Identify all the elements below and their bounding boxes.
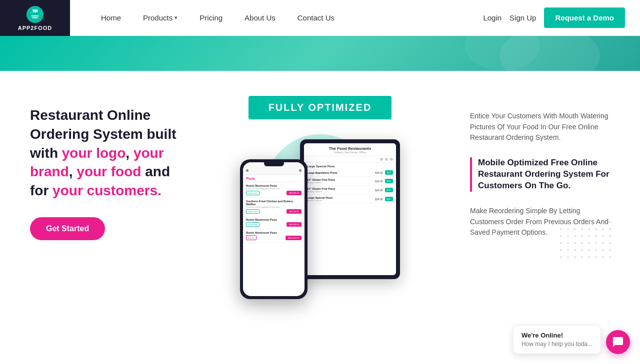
tablet-nav-dot (380, 158, 383, 161)
tablet-category: Large Special Pizza (304, 163, 396, 169)
chat-widget: We're Online! How may I help you toda... (513, 325, 630, 339)
table-row: Large Special PizzaMedium Calzone $24.00… (304, 195, 396, 204)
logo-text: APP2FOOD (18, 25, 52, 31)
tablet-nav (304, 156, 396, 163)
table-row: 12" Gluten Free PizzaMedium Calzone $24.… (304, 177, 396, 186)
logo[interactable]: 🍽 APP2FOOD (0, 0, 70, 36)
tablet-content: Large Special Pizza Large Napolitano Piz… (304, 163, 396, 275)
phone-screen: Pizza Rustic Mushroom Pizza Romesco, Dic… (243, 162, 304, 296)
navbar: 🍽 APP2FOOD Home Products ▾ Pricing About… (0, 0, 640, 36)
devices-container: The Food Restaurants Ashburn, New Jersey… (240, 129, 400, 319)
main-content: Restaurant Online Ordering System built … (0, 71, 640, 339)
svg-rect-3 (32, 17, 38, 18)
highlight-food: your food (76, 164, 141, 179)
list-item: Rustic Mushroom Pizza Romesco, Diced Egg… (243, 182, 304, 198)
logo-icon: 🍽 (26, 5, 44, 24)
nav-menu: Home Products ▾ Pricing About Us Contact… (70, 0, 483, 36)
chat-bubble: We're Online! How may I help you toda... (513, 325, 601, 339)
table-row: Large Napolitano Pizza $25.00 ADD (304, 169, 396, 177)
phone-notch (264, 162, 284, 166)
tablet-restaurant-sub: Ashburn, New Jersey, Offline (308, 151, 392, 154)
left-section: Restaurant Online Ordering System built … (30, 96, 180, 240)
chevron-down-icon: ▾ (174, 14, 178, 21)
table-row: 12" Gluten Free PizzaMedium Calzone $24.… (304, 186, 396, 195)
request-demo-button[interactable]: Request a Demo (544, 7, 625, 28)
nav-home[interactable]: Home (90, 0, 132, 36)
feature-block-2: Mobile Optimized Free Online Restaurant … (470, 157, 610, 192)
list-item: Rustic Mushroom Pizza Customize ADD $6.0… (243, 216, 304, 229)
list-item: Southern Fried Chicken and Buttery Waffl… (243, 198, 304, 216)
svg-text:🍽: 🍽 (32, 8, 38, 13)
feature-block-1: Entice Your Customers With Mouth Waterin… (470, 111, 610, 143)
chat-icon (612, 336, 624, 339)
nav-pricing[interactable]: Pricing (188, 0, 234, 36)
highlight-logo: your logo (62, 145, 126, 161)
tablet-mockup: The Food Restaurants Ashburn, New Jersey… (300, 139, 400, 279)
tablet-screen: The Food Restaurants Ashburn, New Jersey… (304, 143, 396, 275)
phone-icon (299, 169, 302, 172)
svg-rect-2 (31, 15, 38, 16)
tablet-nav-dot (390, 158, 393, 161)
nav-actions: Login Sign Up Request a Demo (483, 7, 640, 28)
phone-mockup: Pizza Rustic Mushroom Pizza Romesco, Dic… (240, 159, 308, 299)
phone-category: Pizza (243, 175, 304, 182)
tablet-header: The Food Restaurants Ashburn, New Jersey… (304, 143, 396, 156)
signup-link[interactable]: Sign Up (510, 13, 536, 22)
nav-contact[interactable]: Contact Us (286, 0, 346, 36)
hero-banner (0, 36, 640, 71)
center-section: FULLY OPTIMIZED The Food Restaurants Ash… (180, 96, 460, 319)
right-section: Entice Your Customers With Mouth Waterin… (460, 96, 610, 252)
chat-button[interactable] (606, 330, 630, 339)
feature-title-2: Mobile Optimized Free Online Restaurant … (478, 157, 610, 192)
tablet-restaurant-name: The Food Restaurants (308, 146, 392, 151)
tablet-nav-dot (385, 158, 388, 161)
nav-products[interactable]: Products ▾ (132, 0, 188, 36)
nav-about[interactable]: About Us (234, 0, 286, 36)
chat-title: We're Online! (522, 332, 592, 339)
phone-icon (246, 169, 248, 172)
headline: Restaurant Online Ordering System built … (30, 106, 180, 200)
feature-text-1: Entice Your Customers With Mouth Waterin… (470, 111, 610, 143)
login-link[interactable]: Login (483, 13, 502, 22)
list-item: Rustic Mushroom Pizza 11 🛒 ADD $10.00 (243, 229, 304, 243)
devices-wrapper: The Food Restaurants Ashburn, New Jersey… (240, 129, 400, 319)
get-started-button[interactable]: Get Started (30, 217, 105, 240)
fully-optimized-badge: FULLY OPTIMIZED (248, 96, 392, 119)
dot-pattern: for(let i=0;i<48;i++) document.write('<d… (560, 221, 615, 262)
highlight-customers: your customers. (52, 183, 162, 198)
